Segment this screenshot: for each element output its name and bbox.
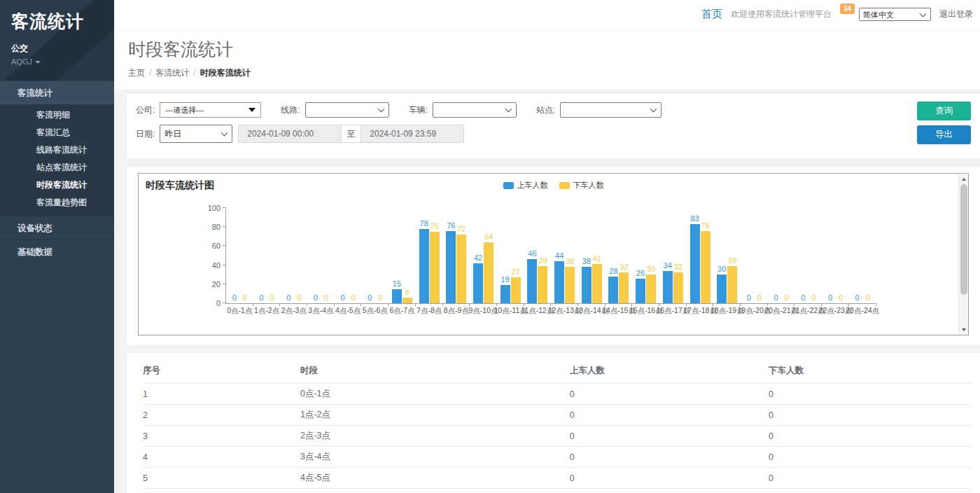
col-alighting: 下车人数 xyxy=(769,357,972,384)
bar-group: 78757点-8点 xyxy=(416,209,443,303)
bar-value-label: 38 xyxy=(566,258,574,265)
bar-column: 41 xyxy=(592,209,602,303)
bar-value-label: 44 xyxy=(555,252,564,260)
query-button[interactable]: 查询 xyxy=(917,102,971,120)
bar-column: 0 xyxy=(365,209,374,303)
table-row: 21点-2点00 xyxy=(143,405,972,426)
legend-item[interactable]: 上车人数 xyxy=(503,180,548,190)
sidebar-item-passenger-stats[interactable]: 客流统计 xyxy=(0,81,114,104)
sidebar-subitem[interactable]: 客流明细 xyxy=(0,106,114,124)
dropdown-arrow-icon xyxy=(248,108,255,112)
date-label: 日期: xyxy=(136,128,155,140)
company-select[interactable]: ---请选择--- xyxy=(160,102,261,118)
y-axis-tick: 80 xyxy=(200,223,220,231)
language-select[interactable]: 简体中文 xyxy=(859,8,931,21)
table-cell: 0点-1点 xyxy=(300,384,570,405)
bar-column: 0 xyxy=(798,209,808,303)
vehicle-select[interactable] xyxy=(433,102,517,118)
bar-value-label: 0 xyxy=(243,294,247,302)
page-title: 时段客流统计 xyxy=(128,38,980,61)
bar-value-label: 30 xyxy=(647,265,655,273)
bar-value-label: 72 xyxy=(457,225,465,233)
table-cell: 0 xyxy=(570,384,769,405)
sidebar-subitem[interactable]: 客流汇总 xyxy=(0,124,114,141)
chart-plot: 020406080100000点-1点001点-2点002点-3点003点-4点… xyxy=(225,209,876,304)
bar xyxy=(402,298,412,303)
home-link[interactable]: 首页 xyxy=(701,8,722,21)
submenu: 客流明细客流汇总线路客流统计站点客流统计时段客流统计客流量趋势图 xyxy=(0,104,114,216)
table-cell: 1 xyxy=(143,384,300,405)
bar-value-label: 39 xyxy=(728,257,736,265)
bar-column: 30 xyxy=(646,209,656,303)
bar-group: 263015点-16点 xyxy=(632,209,659,303)
bar-column: 0 xyxy=(284,209,293,303)
bar-value-label: 0 xyxy=(351,294,356,302)
bar xyxy=(446,231,456,303)
bar-column: 0 xyxy=(782,209,792,303)
date-range-separator: 至 xyxy=(342,125,360,143)
bar xyxy=(500,285,510,303)
bar-group: 283214点-15点 xyxy=(606,209,633,303)
scrollbar-thumb[interactable] xyxy=(960,184,967,295)
bar-column: 34 xyxy=(663,209,673,303)
y-axis-tick: 100 xyxy=(200,204,220,212)
bar-group: 0019点-20点 xyxy=(741,209,768,303)
bar-group: 002点-3点 xyxy=(280,209,307,303)
sidebar-item-device-status[interactable]: 设备状态 xyxy=(0,216,114,239)
col-seq: 序号 xyxy=(143,357,300,384)
scroll-down-icon[interactable] xyxy=(959,325,968,334)
date-to-input[interactable] xyxy=(360,125,464,143)
bar-value-label: 27 xyxy=(512,268,520,276)
bar-group: 443812点-13点 xyxy=(551,209,578,303)
bar-column: 0 xyxy=(771,209,781,303)
breadcrumb-section[interactable]: 客流统计 xyxy=(155,68,189,78)
breadcrumb-home[interactable]: 主页 xyxy=(128,68,145,78)
bar-value-label: 0 xyxy=(286,294,290,302)
date-from-input[interactable] xyxy=(238,125,342,143)
bar-group: 0022点-23点 xyxy=(822,209,849,303)
col-period: 时段 xyxy=(300,357,570,384)
table-body: 10点-1点0021点-2点0032点-3点0043点-4点0054点-5点00… xyxy=(143,384,972,493)
y-axis-tick: 40 xyxy=(200,261,220,270)
sidebar-item-base-data[interactable]: 基础数据 xyxy=(0,239,114,263)
bar-column: 0 xyxy=(240,209,250,303)
bar-value-label: 0 xyxy=(378,294,382,302)
legend-item[interactable]: 下车人数 xyxy=(559,180,604,190)
user-dropdown[interactable]: AQGJ xyxy=(11,57,114,66)
bar-column: 0 xyxy=(230,209,239,303)
table-cell: 0 xyxy=(570,468,769,489)
bar-value-label: 30 xyxy=(718,265,726,273)
bar xyxy=(484,242,493,303)
table-cell: 0 xyxy=(570,447,769,468)
export-button[interactable]: 导出 xyxy=(917,125,971,144)
col-boarding: 上车人数 xyxy=(570,357,769,384)
bar xyxy=(619,272,629,303)
bar-value-label: 0 xyxy=(270,294,274,302)
legend-swatch xyxy=(559,182,570,189)
bar xyxy=(527,259,537,303)
bar-column: 39 xyxy=(727,209,737,303)
x-axis-label: 5点-6点 xyxy=(363,306,388,316)
bar-group: 192710点-11点 xyxy=(497,209,524,303)
x-axis-label: 2点-3点 xyxy=(281,306,307,316)
bar xyxy=(690,224,700,303)
sidebar-subitem[interactable]: 客流量趋势图 xyxy=(0,194,114,211)
bar-value-label: 78 xyxy=(420,220,428,228)
org-label: 公交 xyxy=(11,43,114,55)
bar-column: 6 xyxy=(402,209,412,303)
station-select[interactable] xyxy=(560,102,662,118)
notification-badge[interactable]: 34 xyxy=(840,4,855,14)
bar-value-label: 76 xyxy=(701,222,709,230)
sidebar-subitem[interactable]: 时段客流统计 xyxy=(0,176,114,194)
bar-value-label: 0 xyxy=(811,294,816,302)
date-preset-select[interactable]: 昨日 xyxy=(160,125,232,143)
bar-column: 0 xyxy=(863,209,873,303)
table-cell: 0 xyxy=(769,426,972,447)
line-select[interactable] xyxy=(305,102,389,118)
sidebar-subitem[interactable]: 线路客流统计 xyxy=(0,141,114,159)
chart-title: 时段车流统计图 xyxy=(146,179,214,192)
logout-link[interactable]: 退出登录 xyxy=(939,8,973,20)
bar-column: 19 xyxy=(500,209,510,303)
scroll-up-icon[interactable] xyxy=(959,174,968,183)
sidebar-subitem[interactable]: 站点客流统计 xyxy=(0,159,114,176)
